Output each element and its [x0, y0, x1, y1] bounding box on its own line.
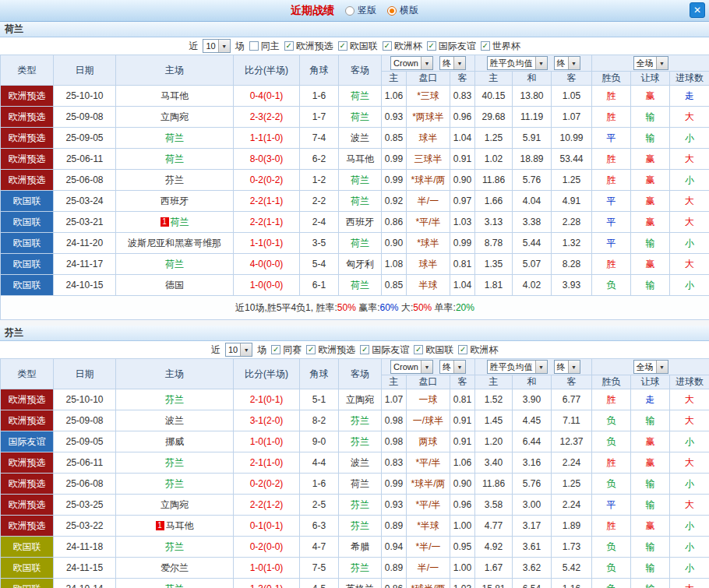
corner-cell: 4-7	[300, 537, 339, 558]
filter-checkbox[interactable]: ✓欧国联	[338, 40, 378, 53]
avg-odds-select[interactable]: 胜平负均值▼	[487, 360, 548, 374]
column-header: 类型	[1, 359, 54, 389]
corner-cell: 6-1	[300, 275, 339, 296]
home-team-cell: 芬兰	[116, 537, 234, 558]
odds-handicap-cell: 半/一	[407, 558, 450, 579]
chevron-down-icon: ▼	[656, 361, 668, 373]
result-goals-cell: 大	[670, 191, 709, 212]
avg-draw-cell: 13.80	[513, 86, 552, 107]
result-handicap-cell: 赢	[631, 516, 670, 537]
odds-company-select[interactable]: Crown▼	[390, 360, 433, 374]
match-count-select[interactable]: 10▼	[225, 343, 252, 357]
filter-checkbox[interactable]: ✓欧洲杯	[458, 343, 498, 357]
filter-checkbox[interactable]: ✓国际友谊	[360, 343, 409, 357]
column-header: 主场	[116, 55, 234, 86]
filter-checkbox-label: 世界杯	[492, 40, 520, 53]
avg-header-group: 胜平负均值▼终▼	[475, 359, 592, 375]
match-count-select[interactable]: 10▼	[203, 39, 230, 53]
match-row: 欧洲预选25-06-08芬兰0-2(0-2)1-2荷兰0.99*球半/两0.90…	[1, 170, 709, 191]
filter-checkbox[interactable]: ✓欧洲预选	[306, 343, 355, 357]
filter-checkbox[interactable]: ✓欧洲预选	[284, 40, 333, 53]
avg-final-select[interactable]: 终▼	[554, 360, 580, 374]
avg-header-group: 胜平负均值▼终▼	[475, 55, 592, 72]
layout-option-horizontal[interactable]: 横版	[387, 4, 418, 17]
filter-checkbox[interactable]: ✓国际友谊	[427, 40, 476, 53]
away-team-name: 波兰	[351, 457, 369, 468]
date-cell: 25-06-11	[54, 149, 116, 170]
filter-checkbox-label: 欧洲预选	[318, 343, 355, 357]
match-row: 欧洲预选25-10-10芬兰2-1(0-1)5-1立陶宛1.07一球0.811.…	[1, 389, 709, 410]
match-type-cell: 欧国联	[1, 275, 54, 296]
odds-company-select[interactable]: Crown▼	[390, 56, 433, 70]
date-cell: 24-10-15	[54, 275, 116, 296]
column-header: 客场	[339, 55, 382, 86]
avg-draw-cell: 6.44	[513, 431, 552, 452]
date-cell: 25-09-08	[54, 410, 116, 431]
home-team-cell: 立陶宛	[116, 107, 234, 128]
result-goals-cell: 小	[670, 431, 709, 452]
result-outcome-cell: 平	[592, 233, 631, 254]
result-outcome-cell: 负	[592, 410, 631, 431]
chevron-down-icon: ▼	[421, 361, 432, 373]
filter-checkbox[interactable]: ✓同赛	[271, 343, 302, 357]
layout-option-vertical[interactable]: 竖版	[345, 4, 376, 17]
filter-checkbox[interactable]: ✓欧洲杯	[383, 40, 422, 53]
match-type-cell: 国际友谊	[1, 431, 54, 452]
away-team-name: 荷兰	[351, 195, 369, 206]
result-outcome-cell: 负	[592, 537, 631, 558]
away-team-cell: 波兰	[339, 452, 382, 474]
avg-draw-cell: 3.38	[513, 212, 552, 233]
corner-cell: 5-1	[300, 389, 339, 410]
sub-column-header: 进球数	[670, 375, 709, 389]
summary-segment: 20%	[456, 302, 474, 313]
avg-odds-select[interactable]: 胜平负均值▼	[487, 56, 548, 70]
result-handicap-cell: 赢	[631, 86, 670, 107]
filter-checkbox[interactable]: ✓世界杯	[481, 40, 520, 53]
score-cell: 1-1(0-1)	[234, 233, 300, 254]
avg-away-cell: 1.05	[552, 86, 592, 107]
odds-home-cell: 1.07	[382, 389, 407, 410]
odds-home-cell: 0.83	[382, 452, 407, 474]
match-row: 欧洲预选25-06-08芬兰0-2(0-2)1-6荷兰0.99*球半/两0.90…	[1, 474, 709, 495]
score-cell: 2-1(1-0)	[234, 452, 300, 474]
result-outcome-cell: 胜	[592, 389, 631, 410]
column-header: 比分(半场)	[234, 55, 300, 86]
home-team-cell: 芬兰	[116, 452, 234, 474]
away-team-cell: 荷兰	[339, 86, 382, 107]
odds-handicap-cell: 一/球半	[407, 410, 450, 431]
chevron-down-icon: ▼	[453, 361, 465, 373]
home-team-name: 德国	[165, 280, 184, 290]
close-icon[interactable]: ✕	[690, 2, 705, 18]
match-row: 国际友谊25-09-05挪威1-0(1-0)9-0芬兰0.98两球0.911.2…	[1, 431, 709, 452]
odds-handicap-cell: 半球	[407, 275, 450, 296]
scope-select[interactable]: 全场▼	[633, 360, 668, 374]
away-team-name: 荷兰	[351, 478, 369, 489]
avg-draw-cell: 11.19	[513, 107, 552, 128]
result-handicap-cell: 赢	[631, 254, 670, 275]
date-cell: 25-09-05	[54, 128, 116, 149]
odds-final-select[interactable]: 终▼	[439, 360, 466, 374]
scope-select[interactable]: 全场▼	[633, 56, 668, 70]
avg-away-cell: 4.91	[552, 191, 592, 212]
home-team-name: 荷兰	[165, 132, 184, 143]
odds-final-select[interactable]: 终▼	[439, 56, 466, 70]
avg-draw-cell: 5.76	[513, 474, 552, 495]
layout-option-horizontal-label: 横版	[400, 4, 418, 17]
filter-checkbox[interactable]: 同主	[249, 40, 280, 53]
odds-home-cell: 0.92	[382, 191, 407, 212]
odds-header-group: Crown▼终▼	[382, 359, 475, 375]
avg-header-controls: 胜平负均值▼终▼	[475, 56, 591, 70]
result-handicap-cell: 输	[631, 410, 670, 431]
odds-handicap-cell: *半球	[407, 516, 450, 537]
result-handicap-cell: 赢	[631, 452, 670, 474]
summary-segment: 大:	[399, 302, 414, 313]
away-team-name: 芬兰	[351, 499, 369, 510]
date-cell: 24-10-14	[54, 579, 116, 588]
home-team-cell: 马耳他	[116, 86, 234, 107]
match-row: 欧国联25-03-211荷兰2-2(1-1)2-4西班牙0.86*平/半1.03…	[1, 212, 709, 233]
result-handicap-cell: 赢	[631, 212, 670, 233]
filter-checkbox[interactable]: ✓欧国联	[414, 343, 453, 357]
odds-home-cell: 0.90	[382, 233, 407, 254]
avg-final-select[interactable]: 终▼	[554, 56, 580, 70]
result-header-controls: 全场▼	[592, 360, 709, 374]
